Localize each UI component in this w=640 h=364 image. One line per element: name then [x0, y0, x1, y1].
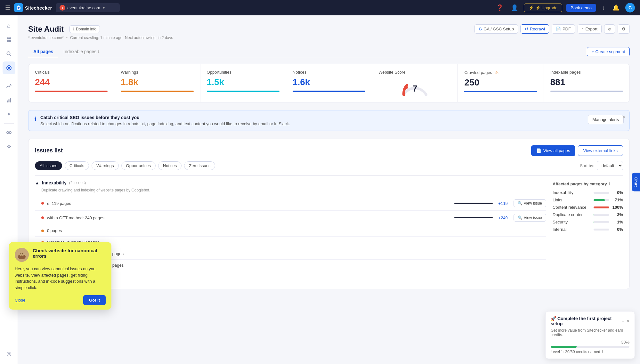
affected-bar-bg-3 — [594, 206, 609, 208]
recrawl-button[interactable]: ↺ Recrawl — [521, 24, 549, 34]
view-issue-button-1[interactable]: 🔍 View issue — [514, 199, 546, 207]
top-navigation: ☰ Sitechecker e eventukraine.com ▼ ❓ 👤 ⚡… — [0, 0, 640, 15]
category-main: ▲ Indexability (2 issues) Duplicate craw… — [35, 180, 546, 282]
tooltip-footer: Close Got it — [15, 295, 106, 298]
recrawl-label: Recrawl — [530, 27, 545, 31]
stat-warnings[interactable]: Warnings 1.8k — [114, 64, 200, 102]
sidebar-item-search[interactable] — [3, 47, 15, 60]
create-segment-button[interactable]: + Create segment — [587, 47, 630, 56]
stat-indexable-pages[interactable]: Indexable pages 881 — [544, 64, 629, 102]
tooltip-title: Check website for canonical errors — [33, 248, 106, 259]
view-issue-button-2[interactable]: 🔍 View issue — [514, 214, 546, 222]
website-score-label: Website Score — [378, 70, 451, 75]
sidebar-item-dashboard[interactable] — [3, 33, 15, 46]
collapse-icon: ▲ — [35, 180, 39, 185]
book-demo-button[interactable]: Book demo — [566, 4, 596, 12]
chip-notices[interactable]: Notices — [158, 161, 182, 170]
view-all-pages-button[interactable]: 📄 View all pages — [531, 145, 575, 156]
chip-criticals[interactable]: Criticals — [65, 161, 89, 170]
criticals-bar — [35, 91, 108, 92]
issues-title: Issues list — [35, 147, 63, 154]
tab-indexable-pages-label: Indexable pages — [63, 49, 96, 54]
pdf-icon: 📄 — [556, 27, 561, 31]
help-button[interactable]: ❓ — [494, 3, 505, 12]
issue-row-4: Canonical is empty: 0 pages — [35, 237, 546, 248]
sort-select[interactable]: default — [597, 161, 623, 170]
stat-criticals[interactable]: Criticals 244 — [28, 64, 114, 102]
notifications-button[interactable]: 🔔 — [611, 3, 621, 12]
svg-point-27 — [22, 253, 23, 254]
category-header[interactable]: ▲ Indexability (2 issues) — [35, 180, 546, 185]
menu-icon[interactable]: ☰ — [5, 4, 10, 11]
chip-opportunities[interactable]: Opportunities — [121, 161, 156, 170]
view-external-links-button[interactable]: View external links — [578, 145, 623, 156]
domain-selector[interactable]: e eventukraine.com ▼ — [56, 3, 120, 12]
gauge-value: 7 — [412, 84, 417, 94]
share-button[interactable]: ⎋ — [604, 24, 615, 34]
svg-point-22 — [405, 86, 408, 89]
add-user-button[interactable]: 👤 — [509, 3, 520, 12]
alert-text: Select which notifications related to ch… — [40, 121, 584, 126]
sidebar-item-analytics[interactable] — [3, 80, 15, 93]
view-issue-label-2: View issue — [524, 215, 542, 220]
pdf-button[interactable]: 📄 PDF — [552, 24, 575, 34]
export-button[interactable]: ↑ Export — [578, 24, 602, 34]
sidebar-item-home[interactable]: ⌂ — [3, 19, 15, 32]
header-actions: G GA / GSC Setup ↺ Recrawl 📄 PDF ↑ Expor… — [474, 24, 630, 34]
tooltip-popup: Check website for canonical errors Here,… — [9, 242, 111, 298]
issue-text-1: e: 119 pages — [47, 201, 451, 206]
issue-bar-2 — [454, 217, 493, 218]
page-title: Site Audit — [28, 25, 64, 34]
upgrade-button[interactable]: ⚡ ⚡ Upgrade — [524, 4, 562, 12]
domain-info-label: Domain info — [76, 27, 96, 31]
affected-item-links: Links 71% — [553, 198, 623, 202]
chip-zero-issues[interactable]: Zero issues — [184, 161, 215, 170]
sidebar-item-tools[interactable]: ✦ — [3, 108, 15, 121]
tab-all-pages[interactable]: All pages — [28, 46, 58, 57]
indexable-info-icon[interactable]: ℹ — [98, 49, 100, 54]
svg-rect-4 — [9, 37, 11, 39]
ga-gsc-button[interactable]: G GA / GSC Setup — [474, 24, 518, 34]
issue-dot-orange-3 — [41, 230, 44, 232]
issues-section: Issues list 📄 View all pages View extern… — [28, 139, 630, 289]
tooltip-got-it-button[interactable]: Got it — [83, 295, 106, 298]
sidebar-item-rankings[interactable] — [3, 94, 15, 107]
issue-text-7: Double slash in URL: 0 pages — [47, 274, 546, 279]
alert-close-button[interactable]: × — [622, 114, 626, 120]
issue-row-2: with a GET method: 249 pages +249 🔍 View… — [35, 211, 546, 225]
opportunities-label: Opportunities — [207, 70, 279, 75]
user-avatar[interactable]: C — [625, 3, 635, 12]
stat-opportunities[interactable]: Opportunities 1.5k — [200, 64, 286, 102]
ga-gsc-label: GA / GSC Setup — [483, 27, 514, 31]
indexable-pages-value: 881 — [550, 77, 623, 87]
sidebar-item-backlinks[interactable] — [3, 126, 15, 139]
audit-settings-button[interactable]: ⚙ — [618, 24, 630, 34]
stat-website-score[interactable]: Website Score 7 — [372, 64, 458, 102]
domain-info-button[interactable]: ℹ Domain info — [69, 25, 100, 33]
affected-label-security: Security — [553, 220, 591, 224]
download-button[interactable]: ↓ — [600, 3, 607, 12]
tooltip-close-button[interactable]: Close — [15, 298, 25, 298]
svg-point-14 — [7, 132, 9, 133]
manage-alerts-button[interactable]: Manage alerts — [588, 115, 624, 124]
indexable-pages-label: Indexable pages — [550, 70, 623, 75]
chat-button[interactable]: Chat — [632, 173, 640, 191]
criticals-value: 244 — [35, 77, 108, 87]
warnings-bar — [121, 91, 193, 92]
issue-row-7: Double slash in URL: 0 pages — [35, 271, 546, 282]
sidebar-item-integrations[interactable] — [3, 140, 15, 153]
stat-crawled-pages[interactable]: Crawled pages ⚠ 250 — [458, 64, 544, 102]
crawled-pages-text: Crawled pages — [464, 70, 492, 75]
issue-bar-1 — [454, 203, 493, 204]
affected-info-icon[interactable]: ℹ — [609, 182, 610, 186]
affected-pct-links: 71% — [612, 198, 623, 202]
tab-indexable-pages[interactable]: Indexable pages ℹ — [58, 46, 105, 57]
issue-text-4: Canonical is empty: 0 pages — [47, 240, 546, 245]
stat-notices[interactable]: Notices 1.6k — [286, 64, 372, 102]
affected-item-indexability: Indexability 0% — [553, 190, 623, 195]
affected-bar-bg-4 — [594, 214, 609, 216]
affected-bar-bg-1 — [594, 192, 609, 194]
sidebar-item-audit[interactable] — [3, 61, 15, 74]
chip-warnings[interactable]: Warnings — [92, 161, 118, 170]
chip-all-issues[interactable]: All issues — [35, 161, 62, 170]
